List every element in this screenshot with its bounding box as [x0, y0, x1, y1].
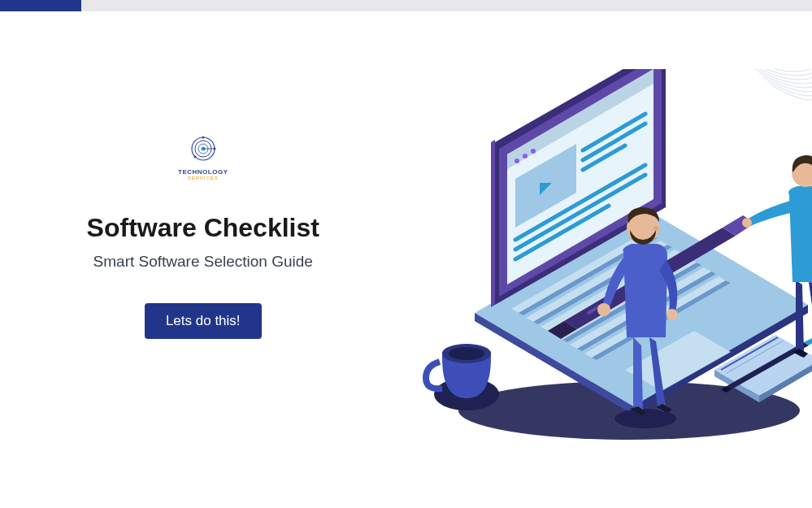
svg-point-15	[597, 303, 610, 316]
text-panel: TECHNOLOGY SERVICES Software Checklist S…	[0, 11, 406, 508]
svg-point-16	[667, 309, 678, 320]
logo-text-primary: TECHNOLOGY	[178, 168, 228, 176]
svg-point-6	[193, 155, 196, 158]
svg-point-9	[523, 154, 528, 158]
hero-illustration	[397, 69, 812, 459]
progress-bar	[0, 0, 812, 11]
logo-text-secondary: SERVICES	[188, 176, 219, 180]
svg-point-19	[742, 218, 752, 228]
progress-bar-fill	[0, 0, 81, 11]
logo-icon	[187, 132, 219, 165]
svg-point-5	[202, 136, 204, 138]
main-content: TECHNOLOGY SERVICES Software Checklist S…	[0, 11, 812, 508]
page-title: Software Checklist	[87, 213, 319, 243]
brand-logo: TECHNOLOGY SERVICES	[178, 132, 228, 180]
start-button[interactable]: Lets do this!	[145, 303, 262, 339]
svg-point-10	[531, 149, 536, 154]
svg-point-8	[515, 158, 519, 163]
page-subtitle: Smart Software Selection Guide	[93, 253, 313, 271]
svg-point-13	[449, 347, 484, 360]
illustration-panel	[406, 11, 813, 508]
svg-point-18	[654, 226, 658, 231]
